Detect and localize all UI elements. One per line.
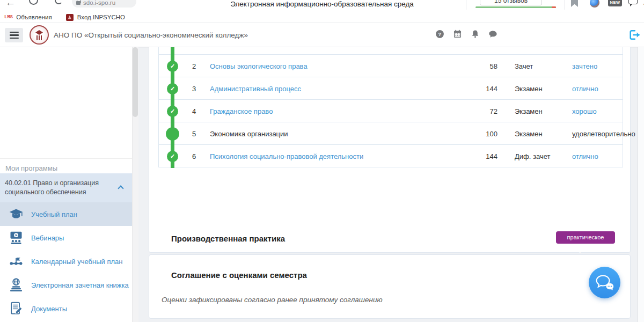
- table-row: 5Экономика организации100Экзаменудовлетв…: [158, 122, 623, 145]
- document-pencil-icon: [9, 301, 24, 316]
- sidebar-item-label: Электронная зачетная книжка: [31, 281, 129, 289]
- grade-value[interactable]: отлично: [572, 85, 598, 93]
- support-chat-button[interactable]: [589, 267, 620, 298]
- row-number: 3: [192, 85, 196, 93]
- svg-text:?: ?: [438, 31, 442, 37]
- hours-value: 72: [476, 107, 497, 115]
- check-circle-icon: ✓: [167, 151, 178, 162]
- toolbar-divider: [565, 0, 565, 10]
- bookmark-item[interactable]: Вход.INPSYCHO: [66, 14, 125, 21]
- college-logo: [30, 25, 49, 45]
- control-form: Экзамен: [515, 107, 543, 115]
- inpsycho-logo-icon: [66, 14, 74, 21]
- menu-toggle-button[interactable]: [5, 28, 23, 42]
- control-form: Зачет: [515, 62, 533, 70]
- discipline-name: Экономика организации: [210, 130, 288, 138]
- section-title-practice: Производственная практика: [171, 234, 285, 243]
- toolbar-divider: [466, 0, 466, 10]
- url-text: sdo.i-spo.ru: [83, 0, 115, 6]
- discipline-name[interactable]: Основы экологического права: [210, 62, 308, 70]
- sidebar-item-label: Документы: [31, 305, 67, 313]
- grade-value: удовлетворительно: [572, 130, 635, 138]
- progress-circle-icon: [166, 127, 179, 141]
- page-scrollbar[interactable]: [638, 47, 644, 322]
- control-form: Экзамен: [515, 85, 543, 93]
- check-circle-icon: ✓: [167, 106, 178, 117]
- control-form: Диф. зачет: [515, 152, 550, 160]
- section-title-agreement: Соглашение с оценками семестра: [171, 270, 307, 280]
- hours-value: 144: [476, 152, 497, 160]
- site-rating-widget[interactable]: 15 отзывов: [472, 0, 561, 10]
- sidebar-program-header[interactable]: 40.02.01 Право и организация социального…: [0, 173, 132, 202]
- sidebar-item-label: Учебный план: [31, 210, 77, 218]
- feedback-chat-icon[interactable]: [628, 0, 638, 4]
- semester-table: 2Основы экологического права58Зачетзачте…: [158, 47, 623, 167]
- webinar-icon: [9, 230, 24, 245]
- reviews-count: 15 отзывов: [480, 0, 542, 5]
- globe-books-icon: [9, 277, 24, 292]
- table-row-partial: [158, 47, 623, 55]
- rating-bar: [475, 6, 556, 8]
- table-row: 2Основы экологического права58Зачетзачте…: [158, 55, 623, 77]
- sidebar-item[interactable]: Документы: [0, 297, 132, 320]
- header-icon-group: ?: [435, 29, 498, 39]
- row-number: 5: [192, 130, 196, 138]
- org-title: АНО ПО «Открытый социально-экономический…: [54, 31, 248, 39]
- sidebar-item-label: Вебинары: [31, 234, 64, 242]
- program-title: 40.02.01 Право и организация социального…: [5, 179, 99, 196]
- agreement-note: Оценки зафиксированы согласно ранее прин…: [162, 296, 383, 304]
- hours-value: 58: [476, 62, 497, 70]
- bookmarks-bar: LMS Объявления Вход.INPSYCHO: [0, 12, 644, 23]
- sidebar-item-label: Календарный учебный план: [31, 258, 122, 266]
- discipline-name[interactable]: Гражданское право: [210, 107, 273, 115]
- sidebar-item[interactable]: Вебинары: [0, 226, 132, 250]
- table-row: 6Психология социально-правовой деятельно…: [158, 145, 623, 167]
- grade-value[interactable]: хорошо: [572, 107, 597, 115]
- browser-toolbar: ← sdo.i-spo.ru Электронная информационно…: [0, 0, 644, 12]
- grade-value[interactable]: зачтено: [572, 62, 597, 70]
- sidebar-item[interactable]: Учебный план: [0, 202, 132, 226]
- bookmark-item[interactable]: LMS Объявления: [4, 14, 52, 20]
- logout-icon[interactable]: [628, 28, 641, 41]
- address-bar[interactable]: sdo.i-spo.ru: [72, 0, 136, 8]
- downloads-icon[interactable]: ⌄: [642, 0, 644, 7]
- page-title: Электронная информационно-образовательна…: [161, 0, 483, 8]
- bookmark-label: Объявления: [16, 14, 52, 20]
- row-number: 4: [192, 107, 196, 115]
- app-header: АНО ПО «Открытый социально-экономический…: [0, 23, 644, 47]
- reload-icon[interactable]: [55, 0, 63, 4]
- discipline-name[interactable]: Психология социально-правовой деятельнос…: [210, 152, 363, 160]
- hours-value: 100: [476, 130, 497, 138]
- check-circle-icon: ✓: [167, 61, 178, 72]
- notifications-bell-icon[interactable]: [470, 29, 480, 39]
- new-badge[interactable]: NEW: [608, 0, 622, 6]
- timeline-flag-icon: [9, 254, 24, 269]
- sidebar: Мои программы 40.02.01 Право и организац…: [0, 47, 138, 322]
- practice-badge: практическое обучение: [556, 231, 615, 244]
- row-number: 6: [192, 152, 196, 160]
- sidebar-scrollbar[interactable]: [132, 47, 138, 322]
- screen: ← sdo.i-spo.ru Электронная информационно…: [0, 0, 644, 322]
- progress-timeline: ✓✓✓✓: [165, 47, 180, 168]
- messages-icon[interactable]: [488, 29, 498, 39]
- sidebar-item[interactable]: Календарный учебный план: [0, 250, 132, 273]
- discipline-name[interactable]: Административный процесс: [210, 85, 301, 93]
- chat-bubbles-icon: [595, 274, 615, 292]
- extension-icon[interactable]: [29, 0, 38, 5]
- table-row: 3Административный процесс144Экзаменотлич…: [158, 77, 623, 100]
- table-row: 4Гражданское право72Экзаменхорошо: [158, 100, 623, 122]
- help-icon[interactable]: ?: [435, 29, 445, 39]
- content-panel: 2Основы экологического права58Зачетзачте…: [149, 47, 631, 253]
- agreement-panel: Соглашение с оценками семестра Оценки за…: [149, 254, 631, 319]
- control-form: Экзамен: [515, 130, 543, 138]
- sidebar-item[interactable]: Электронная зачетная книжка: [0, 273, 132, 297]
- back-icon[interactable]: ←: [5, 0, 16, 9]
- row-number: 2: [192, 62, 196, 70]
- bookmark-flag-icon[interactable]: [571, 0, 578, 7]
- browser-profile-icon[interactable]: [590, 0, 599, 8]
- bookmark-label: Вход.INPSYCHO: [77, 14, 125, 20]
- grade-value[interactable]: отлично: [572, 152, 598, 160]
- hours-value: 144: [476, 85, 497, 93]
- calendar-icon[interactable]: [452, 29, 463, 39]
- sidebar-menu: Учебный планВебинарыКалендарный учебный …: [0, 202, 132, 320]
